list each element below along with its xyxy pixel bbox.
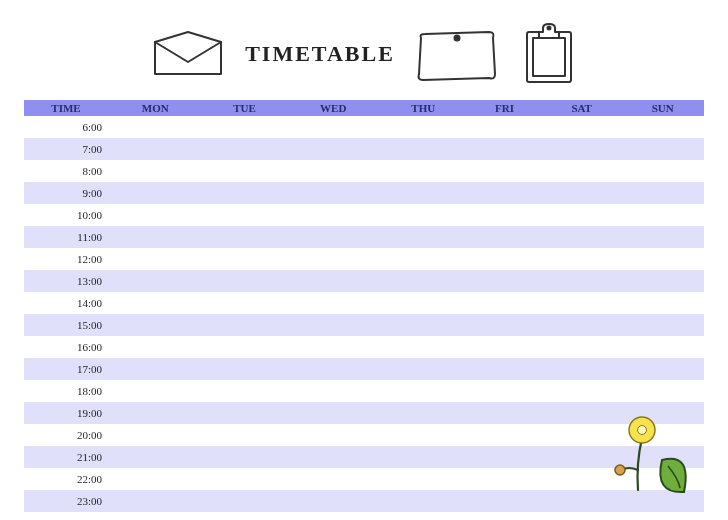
- slot-cell[interactable]: [287, 270, 380, 292]
- slot-cell[interactable]: [380, 292, 467, 314]
- slot-cell[interactable]: [542, 160, 621, 182]
- slot-cell[interactable]: [621, 336, 704, 358]
- slot-cell[interactable]: [542, 336, 621, 358]
- slot-cell[interactable]: [203, 424, 287, 446]
- slot-cell[interactable]: [203, 204, 287, 226]
- slot-cell[interactable]: [621, 204, 704, 226]
- slot-cell[interactable]: [467, 182, 542, 204]
- slot-cell[interactable]: [108, 270, 203, 292]
- slot-cell[interactable]: [108, 468, 203, 490]
- slot-cell[interactable]: [621, 358, 704, 380]
- slot-cell[interactable]: [108, 248, 203, 270]
- slot-cell[interactable]: [621, 138, 704, 160]
- slot-cell[interactable]: [108, 292, 203, 314]
- slot-cell[interactable]: [287, 402, 380, 424]
- slot-cell[interactable]: [542, 204, 621, 226]
- slot-cell[interactable]: [287, 424, 380, 446]
- slot-cell[interactable]: [380, 182, 467, 204]
- slot-cell[interactable]: [621, 314, 704, 336]
- slot-cell[interactable]: [621, 182, 704, 204]
- slot-cell[interactable]: [108, 424, 203, 446]
- slot-cell[interactable]: [542, 380, 621, 402]
- slot-cell[interactable]: [287, 138, 380, 160]
- slot-cell[interactable]: [380, 138, 467, 160]
- slot-cell[interactable]: [467, 358, 542, 380]
- slot-cell[interactable]: [108, 446, 203, 468]
- slot-cell[interactable]: [380, 446, 467, 468]
- slot-cell[interactable]: [108, 204, 203, 226]
- slot-cell[interactable]: [467, 424, 542, 446]
- slot-cell[interactable]: [203, 490, 287, 512]
- slot-cell[interactable]: [380, 380, 467, 402]
- slot-cell[interactable]: [108, 336, 203, 358]
- slot-cell[interactable]: [287, 314, 380, 336]
- slot-cell[interactable]: [380, 116, 467, 138]
- slot-cell[interactable]: [203, 182, 287, 204]
- slot-cell[interactable]: [287, 160, 380, 182]
- slot-cell[interactable]: [380, 424, 467, 446]
- slot-cell[interactable]: [203, 160, 287, 182]
- slot-cell[interactable]: [380, 226, 467, 248]
- slot-cell[interactable]: [542, 314, 621, 336]
- slot-cell[interactable]: [380, 468, 467, 490]
- slot-cell[interactable]: [542, 226, 621, 248]
- slot-cell[interactable]: [380, 160, 467, 182]
- slot-cell[interactable]: [287, 226, 380, 248]
- slot-cell[interactable]: [380, 402, 467, 424]
- slot-cell[interactable]: [287, 490, 380, 512]
- slot-cell[interactable]: [542, 358, 621, 380]
- slot-cell[interactable]: [203, 292, 287, 314]
- slot-cell[interactable]: [203, 226, 287, 248]
- slot-cell[interactable]: [621, 292, 704, 314]
- slot-cell[interactable]: [203, 314, 287, 336]
- slot-cell[interactable]: [467, 446, 542, 468]
- slot-cell[interactable]: [203, 380, 287, 402]
- slot-cell[interactable]: [467, 138, 542, 160]
- slot-cell[interactable]: [203, 446, 287, 468]
- slot-cell[interactable]: [108, 138, 203, 160]
- slot-cell[interactable]: [108, 116, 203, 138]
- slot-cell[interactable]: [621, 226, 704, 248]
- slot-cell[interactable]: [621, 116, 704, 138]
- slot-cell[interactable]: [287, 358, 380, 380]
- slot-cell[interactable]: [467, 336, 542, 358]
- slot-cell[interactable]: [542, 248, 621, 270]
- slot-cell[interactable]: [108, 402, 203, 424]
- slot-cell[interactable]: [380, 358, 467, 380]
- slot-cell[interactable]: [287, 204, 380, 226]
- slot-cell[interactable]: [542, 116, 621, 138]
- slot-cell[interactable]: [203, 336, 287, 358]
- slot-cell[interactable]: [621, 248, 704, 270]
- slot-cell[interactable]: [108, 182, 203, 204]
- slot-cell[interactable]: [467, 270, 542, 292]
- slot-cell[interactable]: [203, 270, 287, 292]
- slot-cell[interactable]: [380, 314, 467, 336]
- slot-cell[interactable]: [287, 468, 380, 490]
- slot-cell[interactable]: [621, 380, 704, 402]
- slot-cell[interactable]: [287, 182, 380, 204]
- slot-cell[interactable]: [380, 248, 467, 270]
- slot-cell[interactable]: [203, 116, 287, 138]
- slot-cell[interactable]: [287, 248, 380, 270]
- slot-cell[interactable]: [203, 468, 287, 490]
- slot-cell[interactable]: [287, 336, 380, 358]
- slot-cell[interactable]: [542, 138, 621, 160]
- slot-cell[interactable]: [203, 358, 287, 380]
- slot-cell[interactable]: [621, 160, 704, 182]
- slot-cell[interactable]: [467, 468, 542, 490]
- slot-cell[interactable]: [108, 160, 203, 182]
- slot-cell[interactable]: [467, 402, 542, 424]
- slot-cell[interactable]: [542, 182, 621, 204]
- slot-cell[interactable]: [203, 402, 287, 424]
- slot-cell[interactable]: [621, 270, 704, 292]
- slot-cell[interactable]: [467, 116, 542, 138]
- slot-cell[interactable]: [380, 204, 467, 226]
- slot-cell[interactable]: [287, 380, 380, 402]
- slot-cell[interactable]: [467, 292, 542, 314]
- slot-cell[interactable]: [380, 336, 467, 358]
- slot-cell[interactable]: [203, 248, 287, 270]
- slot-cell[interactable]: [108, 314, 203, 336]
- slot-cell[interactable]: [108, 490, 203, 512]
- slot-cell[interactable]: [542, 292, 621, 314]
- slot-cell[interactable]: [287, 292, 380, 314]
